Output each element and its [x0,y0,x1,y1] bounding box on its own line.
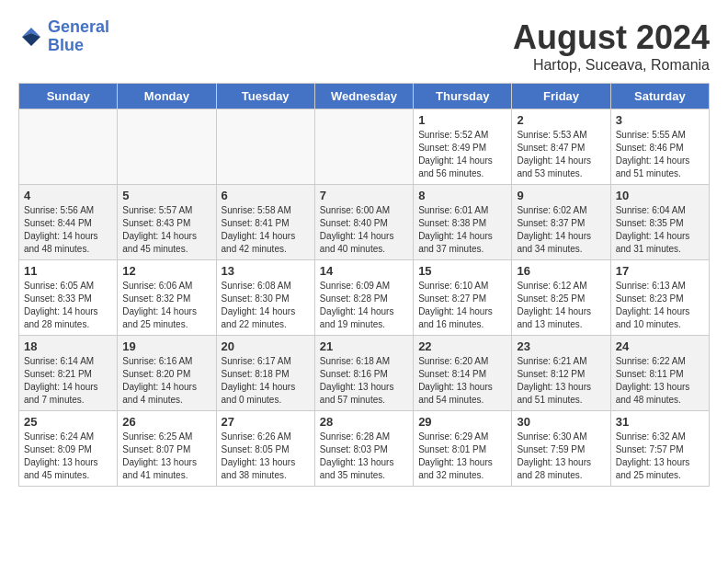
day-number: 9 [517,189,605,202]
day-header: Tuesday [216,84,314,109]
calendar-week-row: 18Sunrise: 6:14 AM Sunset: 8:21 PM Dayli… [19,336,710,411]
day-info: Sunrise: 5:56 AM Sunset: 8:44 PM Dayligh… [24,204,112,256]
calendar-cell: 26Sunrise: 6:25 AM Sunset: 8:07 PM Dayli… [118,411,216,487]
day-number: 28 [320,415,408,429]
calendar-cell: 7Sunrise: 6:00 AM Sunset: 8:40 PM Daylig… [314,185,413,260]
calendar-cell: 22Sunrise: 6:20 AM Sunset: 8:14 PM Dayli… [414,336,512,411]
day-number: 22 [418,339,506,353]
day-info: Sunrise: 6:22 AM Sunset: 8:11 PM Dayligh… [616,355,704,407]
day-info: Sunrise: 6:25 AM Sunset: 8:07 PM Dayligh… [122,431,210,482]
calendar-cell: 29Sunrise: 6:29 AM Sunset: 8:01 PM Dayli… [414,411,512,487]
day-number: 23 [517,339,605,353]
day-info: Sunrise: 6:16 AM Sunset: 8:20 PM Dayligh… [122,355,210,407]
day-info: Sunrise: 6:30 AM Sunset: 7:59 PM Dayligh… [517,431,605,482]
logo-icon [18,24,44,50]
subtitle: Hartop, Suceava, Romania [513,57,710,74]
day-info: Sunrise: 6:08 AM Sunset: 8:30 PM Dayligh… [222,280,310,331]
day-number: 25 [24,415,112,429]
calendar-cell: 16Sunrise: 6:12 AM Sunset: 8:25 PM Dayli… [512,260,610,336]
day-info: Sunrise: 6:21 AM Sunset: 8:12 PM Dayligh… [517,355,605,407]
calendar-cell: 18Sunrise: 6:14 AM Sunset: 8:21 PM Dayli… [19,336,118,411]
day-info: Sunrise: 5:55 AM Sunset: 8:46 PM Dayligh… [616,129,704,180]
day-number: 6 [222,189,310,202]
day-info: Sunrise: 6:32 AM Sunset: 7:57 PM Dayligh… [616,431,704,482]
calendar-week-row: 11Sunrise: 6:05 AM Sunset: 8:33 PM Dayli… [19,260,710,336]
day-header: Saturday [610,84,709,109]
calendar-table: SundayMondayTuesdayWednesdayThursdayFrid… [18,83,710,487]
calendar-cell: 23Sunrise: 6:21 AM Sunset: 8:12 PM Dayli… [512,336,610,411]
day-info: Sunrise: 5:57 AM Sunset: 8:43 PM Dayligh… [122,204,210,256]
calendar-cell: 19Sunrise: 6:16 AM Sunset: 8:20 PM Dayli… [118,336,216,411]
day-header: Sunday [19,84,118,109]
day-number: 2 [517,113,605,127]
calendar-cell: 17Sunrise: 6:13 AM Sunset: 8:23 PM Dayli… [610,260,709,336]
day-number: 20 [222,339,310,353]
calendar-cell: 27Sunrise: 6:26 AM Sunset: 8:05 PM Dayli… [216,411,314,487]
day-number: 30 [517,415,605,429]
day-info: Sunrise: 6:10 AM Sunset: 8:27 PM Dayligh… [418,280,506,331]
day-number: 1 [418,113,506,127]
day-info: Sunrise: 6:02 AM Sunset: 8:37 PM Dayligh… [517,204,605,256]
calendar-cell [19,109,118,185]
calendar-cell: 31Sunrise: 6:32 AM Sunset: 7:57 PM Dayli… [610,411,709,487]
calendar-header-row: SundayMondayTuesdayWednesdayThursdayFrid… [19,84,710,109]
day-info: Sunrise: 6:24 AM Sunset: 8:09 PM Dayligh… [24,431,112,482]
day-info: Sunrise: 6:00 AM Sunset: 8:40 PM Dayligh… [320,204,408,256]
calendar-week-row: 4Sunrise: 5:56 AM Sunset: 8:44 PM Daylig… [19,185,710,260]
day-info: Sunrise: 5:52 AM Sunset: 8:49 PM Dayligh… [418,129,506,180]
title-block: August 2024 Hartop, Suceava, Romania [513,18,710,74]
day-number: 10 [616,189,704,202]
calendar-cell: 30Sunrise: 6:30 AM Sunset: 7:59 PM Dayli… [512,411,610,487]
day-info: Sunrise: 6:06 AM Sunset: 8:32 PM Dayligh… [122,280,210,331]
day-number: 16 [517,264,605,278]
page-header: General Blue August 2024 Hartop, Suceava… [18,18,710,74]
calendar-cell: 4Sunrise: 5:56 AM Sunset: 8:44 PM Daylig… [19,185,118,260]
calendar-cell: 5Sunrise: 5:57 AM Sunset: 8:43 PM Daylig… [118,185,216,260]
day-info: Sunrise: 5:58 AM Sunset: 8:41 PM Dayligh… [222,204,310,256]
calendar-cell: 2Sunrise: 5:53 AM Sunset: 8:47 PM Daylig… [512,109,610,185]
day-number: 11 [24,264,112,278]
day-info: Sunrise: 6:18 AM Sunset: 8:16 PM Dayligh… [320,355,408,407]
day-info: Sunrise: 6:17 AM Sunset: 8:18 PM Dayligh… [222,355,310,407]
day-number: 21 [320,339,408,353]
calendar-cell: 14Sunrise: 6:09 AM Sunset: 8:28 PM Dayli… [314,260,413,336]
calendar-cell: 10Sunrise: 6:04 AM Sunset: 8:35 PM Dayli… [610,185,709,260]
day-number: 27 [222,415,310,429]
calendar-cell: 1Sunrise: 5:52 AM Sunset: 8:49 PM Daylig… [414,109,512,185]
day-info: Sunrise: 6:04 AM Sunset: 8:35 PM Dayligh… [616,204,704,256]
calendar-cell: 13Sunrise: 6:08 AM Sunset: 8:30 PM Dayli… [216,260,314,336]
day-header: Friday [512,84,610,109]
day-number: 13 [222,264,310,278]
day-number: 5 [122,189,210,202]
day-number: 3 [616,113,704,127]
day-number: 7 [320,189,408,202]
day-info: Sunrise: 6:05 AM Sunset: 8:33 PM Dayligh… [24,280,112,331]
day-header: Monday [118,84,216,109]
calendar-cell: 21Sunrise: 6:18 AM Sunset: 8:16 PM Dayli… [314,336,413,411]
day-info: Sunrise: 6:20 AM Sunset: 8:14 PM Dayligh… [418,355,506,407]
day-info: Sunrise: 6:26 AM Sunset: 8:05 PM Dayligh… [222,431,310,482]
day-number: 26 [122,415,210,429]
day-info: Sunrise: 6:09 AM Sunset: 8:28 PM Dayligh… [320,280,408,331]
calendar-cell: 24Sunrise: 6:22 AM Sunset: 8:11 PM Dayli… [610,336,709,411]
day-info: Sunrise: 6:13 AM Sunset: 8:23 PM Dayligh… [616,280,704,331]
day-number: 31 [616,415,704,429]
day-info: Sunrise: 6:28 AM Sunset: 8:03 PM Dayligh… [320,431,408,482]
day-info: Sunrise: 5:53 AM Sunset: 8:47 PM Dayligh… [517,129,605,180]
day-header: Thursday [414,84,512,109]
calendar-cell [314,109,413,185]
day-number: 24 [616,339,704,353]
calendar-cell: 20Sunrise: 6:17 AM Sunset: 8:18 PM Dayli… [216,336,314,411]
day-info: Sunrise: 6:14 AM Sunset: 8:21 PM Dayligh… [24,355,112,407]
day-number: 18 [24,339,112,353]
calendar-cell: 8Sunrise: 6:01 AM Sunset: 8:38 PM Daylig… [414,185,512,260]
calendar-cell: 25Sunrise: 6:24 AM Sunset: 8:09 PM Dayli… [19,411,118,487]
logo: General Blue [18,18,109,55]
day-header: Wednesday [314,84,413,109]
day-info: Sunrise: 6:01 AM Sunset: 8:38 PM Dayligh… [418,204,506,256]
calendar-week-row: 25Sunrise: 6:24 AM Sunset: 8:09 PM Dayli… [19,411,710,487]
day-number: 15 [418,264,506,278]
day-number: 4 [24,189,112,202]
calendar-cell: 12Sunrise: 6:06 AM Sunset: 8:32 PM Dayli… [118,260,216,336]
logo-text: General Blue [48,18,109,55]
